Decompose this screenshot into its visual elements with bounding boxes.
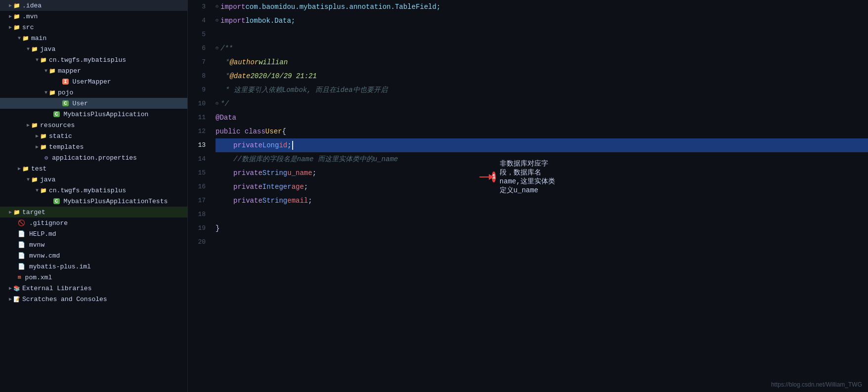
- sidebar-label: User: [73, 100, 88, 107]
- sidebar-item-package-test[interactable]: ▼ 📁 cn.twgfs.mybatisplus: [0, 185, 187, 196]
- folder-icon: 📁: [22, 35, 29, 42]
- sidebar-item-scratches[interactable]: ▶ 📝 Scratches and Consoles: [0, 294, 187, 305]
- sidebar-item-mvnwcmd[interactable]: 📄 mvnw.cmd: [0, 250, 187, 261]
- folder-icon: 📁: [22, 166, 29, 172]
- sidebar-label: mvnw.cmd: [29, 252, 60, 260]
- sidebar-item-main[interactable]: ▼ 📁 main: [0, 33, 187, 44]
- folder-icon: 📁: [40, 144, 47, 150]
- sidebar-item-package[interactable]: ▼ 📁 cn.twgfs.mybatisplus: [0, 54, 187, 65]
- sidebar-item-java-test[interactable]: ▼ 📁 java: [0, 174, 187, 185]
- code-line-11: @Data: [216, 111, 868, 125]
- collapse-arrow: ▼: [36, 57, 39, 63]
- sidebar-item-external-libraries[interactable]: ▶ 📚 External Libraries: [0, 283, 187, 294]
- sidebar-item-mvn[interactable]: ▶ 📁 .mvn: [0, 11, 187, 22]
- sidebar-item-mvnw[interactable]: 📄 mvnw: [0, 239, 187, 250]
- tooltip-line: [479, 176, 490, 177]
- sidebar-label: target: [22, 209, 45, 216]
- line-num-15: 15: [188, 166, 206, 180]
- line-num-20: 20: [188, 235, 206, 249]
- code-line-5: [216, 28, 868, 42]
- sidebar-label: MybatisPlusApplication: [64, 111, 149, 118]
- folder-icon: 📁: [31, 176, 38, 183]
- javadoc-end: */: [220, 97, 229, 111]
- import-path: com.baomidou.mybatisplus.annotation.Tabl…: [245, 0, 440, 14]
- sidebar-item-target[interactable]: ▶ 📁 target: [0, 207, 187, 218]
- javadoc-start: /**: [220, 42, 233, 55]
- line-num-10: 10: [188, 97, 206, 111]
- sidebar-item-pojo[interactable]: ▼ 📁 pojo: [0, 87, 187, 98]
- sidebar-item-user[interactable]: C User: [0, 98, 187, 109]
- line-num-6: 6: [188, 42, 206, 55]
- type: String: [262, 194, 287, 208]
- sidebar-item-mapper[interactable]: ▼ 📁 mapper: [0, 65, 187, 76]
- sidebar: ▶ 📁 .idea ▶ 📁 .mvn ▶ 📁 src ▼ 📁 main ▼ 📁 …: [0, 0, 188, 392]
- code-line-13[interactable]: private Long id ;: [216, 138, 868, 152]
- sidebar-label: src: [22, 24, 34, 31]
- collapse-arrow: ▶: [9, 296, 12, 302]
- collapse-arrow: ▼: [27, 177, 30, 182]
- sidebar-item-appprops[interactable]: ⚙ application.properties: [0, 152, 187, 163]
- import-path: lombok.Data;: [245, 14, 295, 28]
- keyword: import: [220, 14, 245, 28]
- folder-icon: 📁: [13, 2, 20, 9]
- fold-icon[interactable]: ⊖: [216, 42, 218, 55]
- code-line-19: }: [216, 221, 868, 235]
- java-class-icon: C: [62, 100, 69, 106]
- sidebar-label: java: [40, 176, 55, 183]
- line-num-9: 9: [188, 83, 206, 97]
- inline-comment: //数据库的字段名是name 而这里实体类中的u_name: [233, 152, 398, 166]
- sidebar-item-iml[interactable]: 📄 mybatis-plus.iml: [0, 261, 187, 272]
- sidebar-item-src[interactable]: ▶ 📁 src: [0, 22, 187, 33]
- help-icon: 📄: [18, 230, 25, 238]
- sidebar-label: cn.twgfs.mybatisplus: [49, 187, 126, 194]
- scratches-icon: 📝: [13, 296, 20, 303]
- sidebar-label: resources: [40, 122, 75, 129]
- sidebar-item-gitignore[interactable]: 🚫 .gitignore: [0, 218, 187, 228]
- keyword: private: [233, 194, 262, 208]
- sidebar-item-java[interactable]: ▼ 📁 java: [0, 44, 187, 54]
- collapse-arrow: ▶: [9, 24, 12, 30]
- sidebar-item-usermapper[interactable]: I UserMapper: [0, 76, 187, 87]
- field: u_name: [287, 166, 312, 180]
- code-line-9: * 这里要引入依赖Lombok, 而且在idea中也要开启: [216, 83, 868, 97]
- type: Integer: [262, 180, 292, 194]
- keyword: public class: [216, 125, 265, 138]
- fold-icon[interactable]: ⊖: [216, 14, 218, 28]
- fold-icon[interactable]: ⊖: [216, 0, 218, 14]
- sidebar-item-idea[interactable]: ▶ 📁 .idea: [0, 0, 187, 11]
- folder-icon: 📁: [13, 24, 20, 31]
- sidebar-item-resources[interactable]: ▶ 📁 resources: [0, 120, 187, 131]
- sidebar-label: application.properties: [52, 154, 137, 162]
- folder-icon: 📁: [13, 209, 20, 216]
- tooltip-text: 非数据库对应字段，数据库名name,这里实体类定义u_name: [500, 159, 556, 195]
- sidebar-item-tests[interactable]: C MybatisPlusApplicationTests: [0, 196, 187, 207]
- collapse-arrow: ▶: [27, 122, 30, 128]
- sidebar-label: mvnw: [29, 241, 44, 249]
- semicolon: ;: [308, 194, 312, 208]
- sidebar-label: UserMapper: [73, 78, 111, 86]
- line-num-11: 11: [188, 111, 206, 125]
- sidebar-item-mybatisplusapp[interactable]: C MybatisPlusApplication: [0, 109, 187, 120]
- sidebar-item-templates[interactable]: ▶ 📁 templates: [0, 141, 187, 152]
- javadoc-star: *: [225, 55, 229, 69]
- sidebar-label: .gitignore: [29, 219, 68, 227]
- file-icon: 📄: [18, 241, 25, 249]
- sidebar-label: main: [31, 35, 46, 42]
- code-content[interactable]: ⊖ import com.baomidou.mybatisplus.annota…: [212, 0, 868, 392]
- line-num-5: 5: [188, 28, 206, 42]
- sidebar-item-static[interactable]: ▶ 📁 static: [0, 131, 187, 141]
- field: email: [287, 194, 308, 208]
- keyword: import: [220, 0, 245, 14]
- sidebar-item-pom[interactable]: m pom.xml: [0, 272, 187, 283]
- sidebar-item-test[interactable]: ▶ 📁 test: [0, 163, 187, 174]
- folder-icon: 📁: [49, 68, 56, 74]
- line-num-3: 3: [188, 0, 206, 14]
- collapse-arrow: ▶: [18, 166, 21, 172]
- java-class-icon: C: [53, 111, 60, 117]
- folder-icon: 📁: [40, 57, 47, 63]
- code-area[interactable]: 3 4 5 6 7 8 9 10 11 12 13 14 15 16 17 18…: [188, 0, 868, 392]
- fold-icon[interactable]: ⊖: [216, 97, 218, 111]
- sidebar-item-help[interactable]: 📄 HELP.md: [0, 228, 187, 239]
- file-icon: 📄: [18, 263, 25, 270]
- code-line-7: * @author willian: [216, 55, 868, 69]
